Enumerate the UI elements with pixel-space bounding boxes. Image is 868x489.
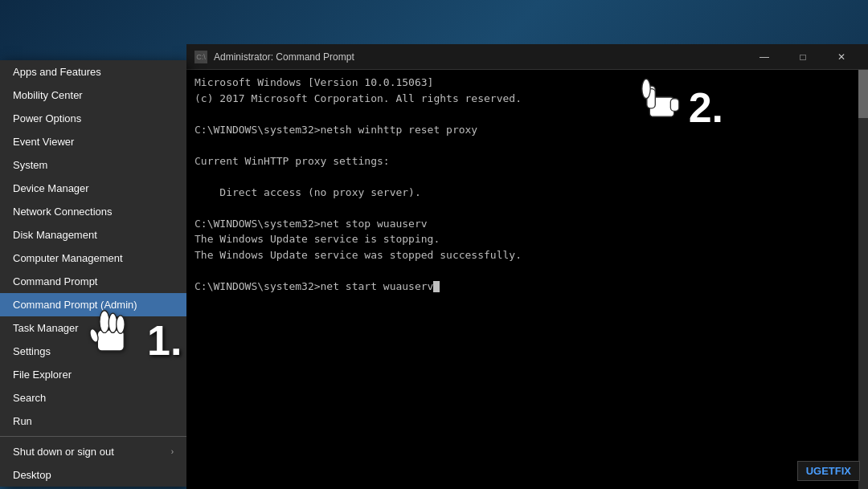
menu-item-device-manager[interactable]: Device Manager [0, 177, 186, 200]
hand-cursor-icon-2 [628, 76, 685, 128]
menu-item-run[interactable]: Run [0, 410, 186, 433]
menu-item-label: Network Connections [13, 206, 113, 218]
step2-number: 2. [689, 87, 723, 128]
menu-item-network-connections[interactable]: Network Connections [0, 200, 186, 223]
menu-item-mobility-center[interactable]: Mobility Center [0, 84, 186, 107]
menu-item-label: Search [13, 392, 46, 404]
svg-point-4 [641, 79, 649, 98]
menu-item-search[interactable]: Search [0, 386, 186, 410]
menu-item-label: Shut down or sign out [13, 446, 114, 458]
watermark-accent: ET [821, 465, 835, 477]
step1-number: 1. [147, 320, 182, 361]
cmd-title: Administrator: Command Prompt [214, 51, 746, 63]
menu-item-label: Run [13, 415, 32, 427]
menu-item-label: Task Manager [13, 322, 79, 334]
menu-item-label: System [13, 159, 47, 171]
menu-item-label: Command Prompt [13, 275, 97, 287]
minimize-button[interactable]: — [746, 44, 783, 70]
menu-item-label: Disk Management [13, 229, 97, 241]
menu-item-command-prompt[interactable]: Command Prompt [0, 270, 186, 293]
menu-separator [0, 436, 186, 437]
cmd-text: Microsoft Windows [Version 10.0.15063] (… [194, 75, 860, 294]
menu-item-label: Desktop [13, 469, 51, 481]
menu-item-label: Mobility Center [13, 89, 83, 101]
watermark: UGETFIX [797, 461, 860, 481]
svg-point-7 [108, 313, 117, 332]
menu-item-label: Event Viewer [13, 136, 74, 148]
hand-cursor-icon-1 [87, 309, 143, 361]
close-button[interactable]: ✕ [823, 44, 860, 70]
watermark-suffix: FIX [835, 465, 851, 477]
menu-item-label: Device Manager [13, 182, 89, 194]
maximize-button[interactable]: □ [784, 44, 821, 70]
menu-item-shut-down-sign-out[interactable]: Shut down or sign out› [0, 440, 186, 463]
menu-item-label: Power Options [13, 112, 81, 124]
cmd-icon: C:\ [194, 51, 207, 63]
menu-item-label: Computer Management [13, 252, 123, 264]
cmd-output: Microsoft Windows [Version 10.0.15063] (… [186, 70, 868, 489]
watermark-prefix: UG [806, 465, 822, 477]
menu-item-desktop[interactable]: Desktop [0, 463, 186, 487]
menu-item-computer-management[interactable]: Computer Management [0, 247, 186, 270]
cmd-titlebar: C:\ Administrator: Command Prompt — □ ✕ [186, 44, 868, 70]
annotation-1: 1. [87, 309, 182, 361]
cmd-scrollbar[interactable] [858, 70, 868, 489]
svg-point-9 [88, 328, 100, 343]
svg-rect-3 [670, 99, 678, 112]
context-menu: Apps and FeaturesMobility CenterPower Op… [0, 60, 186, 487]
cmd-cursor [433, 281, 440, 292]
menu-item-label: Settings [13, 345, 51, 357]
annotation-2: 2. [628, 76, 723, 128]
menu-item-apps-features[interactable]: Apps and Features [0, 60, 186, 84]
menu-item-power-options[interactable]: Power Options [0, 107, 186, 130]
menu-item-event-viewer[interactable]: Event Viewer [0, 130, 186, 153]
menu-item-label: Apps and Features [13, 66, 101, 78]
cmd-window: C:\ Administrator: Command Prompt — □ ✕ … [186, 44, 868, 489]
menu-arrow-icon: › [171, 447, 174, 456]
menu-item-system[interactable]: System [0, 153, 186, 177]
titlebar-controls: — □ ✕ [746, 44, 860, 70]
menu-item-disk-management[interactable]: Disk Management [0, 223, 186, 247]
svg-point-8 [117, 316, 125, 334]
menu-item-label: File Explorer [13, 369, 72, 381]
menu-item-file-explorer[interactable]: File Explorer [0, 363, 186, 386]
svg-point-6 [100, 311, 109, 333]
scrollbar-thumb[interactable] [858, 70, 868, 118]
